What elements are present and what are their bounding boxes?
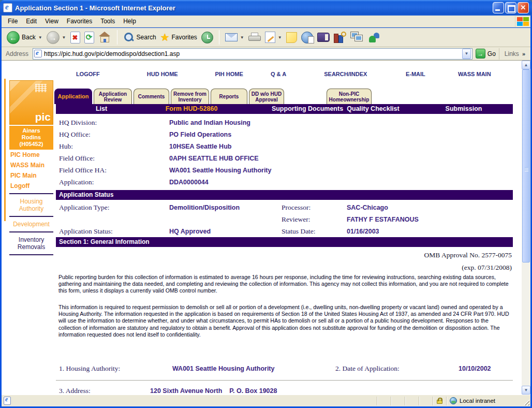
sidebar-item-housing-authority[interactable]: Housing Authority — [9, 194, 53, 217]
vertical-scrollbar[interactable]: ▲ ▼ — [522, 61, 530, 395]
edit-dropdown-icon[interactable]: ▼ — [278, 35, 282, 40]
sidebar-link-wass-main[interactable]: WASS Main — [9, 160, 53, 170]
status-message-pane — [2, 395, 377, 406]
sidebar-link-logoff[interactable]: Logoff — [9, 181, 53, 191]
links-toolbar[interactable]: Links » — [499, 48, 528, 60]
back-button[interactable]: ← Back ▼ — [5, 30, 45, 45]
address-dropdown-icon[interactable]: ▼ — [462, 49, 471, 59]
menu-edit[interactable]: Edit — [22, 16, 41, 26]
left-accent-strip — [4, 79, 6, 221]
windows-logo-icon — [515, 16, 530, 27]
page-icon — [34, 50, 42, 57]
main-area: HQ Division: Public and Indian Housing H… — [56, 61, 513, 395]
links-label: Links — [505, 50, 519, 57]
back-dropdown-icon[interactable]: ▼ — [38, 35, 42, 40]
forward-dropdown-icon[interactable]: ▼ — [62, 35, 66, 40]
forward-button[interactable]: → ▼ — [45, 30, 68, 45]
search-button[interactable]: Search — [121, 31, 158, 44]
messenger-button[interactable] — [366, 31, 382, 44]
status-label: Reviewer: — [282, 215, 347, 224]
stop-button[interactable]: ✖ — [68, 31, 82, 45]
favorites-button[interactable]: ★ Favorites — [158, 31, 199, 43]
minimize-button[interactable] — [493, 2, 504, 13]
field-hq-division: HQ Division: Public and Indian Housing — [56, 116, 513, 128]
menu-file[interactable]: File — [4, 16, 22, 26]
status-row: Application Type: Demolition/Disposition… — [56, 201, 513, 213]
web-discussion-button[interactable] — [299, 31, 315, 45]
status-label: Status Date: — [282, 227, 347, 236]
sidebar-item-development[interactable]: Development — [9, 217, 53, 232]
field-label: HQ Office: — [56, 130, 169, 139]
search-icon — [123, 32, 135, 43]
sidebar-link-pic-home[interactable]: PIC Home — [9, 150, 53, 160]
toolbar: ← Back ▼ → ▼ ✖ ⟳ Search ★ Favorites ▼ — [2, 28, 530, 47]
sidebar-item-inventory-removals[interactable]: Inventory Removals — [9, 232, 53, 255]
address-field-value: 120 Sixth Avenue North P. O. Box 19028 — [150, 387, 277, 395]
home-icon — [98, 32, 111, 43]
close-button[interactable] — [518, 2, 529, 13]
status-value: 01/16/2003 — [347, 228, 379, 235]
toolbar-separator — [219, 30, 219, 45]
address-input[interactable]: https://pic.hud.gov/pic/demodispo/ddsect… — [33, 48, 472, 60]
menu-view[interactable]: View — [41, 16, 63, 26]
discuss-button[interactable] — [284, 31, 299, 44]
home-button[interactable] — [96, 31, 113, 44]
page-content: LOGOFF HUD HOME PIH HOME Q & A SEARCH/IN… — [2, 61, 530, 395]
form-row-3: 3. Address: 120 Sixth Avenue North P. O.… — [56, 385, 513, 395]
pic-logo-label: pic — [35, 111, 51, 123]
browser-window: Application Section 1 - Microsoft Intern… — [0, 0, 532, 408]
maximize-button[interactable] — [505, 2, 516, 13]
go-button[interactable]: → Go — [476, 49, 496, 59]
address-bar: Address https://pic.hud.gov/pic/demodisp… — [2, 47, 530, 61]
application-status-header: Application Status — [56, 190, 513, 200]
field-hub: Hub: 10HSEA Seattle Hub — [56, 140, 513, 152]
mail-dropdown-icon[interactable]: ▼ — [240, 35, 244, 40]
refresh-icon: ⟳ — [84, 32, 94, 43]
menu-favorites[interactable]: Favorites — [63, 16, 96, 26]
status-bar: Local intranet — [2, 395, 530, 406]
favorites-label: Favorites — [172, 34, 197, 41]
security-lock-pane — [433, 397, 446, 405]
menu-help[interactable]: Help — [119, 16, 140, 26]
field-label: Field Office: — [56, 154, 169, 163]
history-icon — [201, 32, 213, 43]
history-button[interactable] — [199, 31, 215, 45]
user-badge: Ainars Rodins (H05452) — [9, 126, 53, 150]
field-label: Application: — [56, 178, 169, 186]
date-of-application-label: 2. Date of Application: — [335, 365, 400, 373]
resize-grip[interactable] — [523, 395, 530, 406]
omb-approval-number: OMB Approval No. 2577-0075 — [424, 251, 512, 259]
journal-button[interactable] — [315, 32, 332, 43]
favorites-star-icon: ★ — [160, 32, 170, 42]
status-row: Application Status: HQ Approved Status D… — [56, 225, 513, 237]
links-chevron-icon[interactable]: » — [522, 51, 525, 57]
document-icon — [4, 397, 11, 405]
scroll-up-arrow[interactable]: ▲ — [522, 61, 530, 69]
omb-expiration: (exp. 07/31/2008) — [462, 264, 512, 272]
edit-button[interactable]: ▼ — [263, 31, 284, 44]
menu-tools[interactable]: Tools — [96, 16, 119, 26]
research-button[interactable] — [332, 31, 348, 44]
intranet-globe-icon — [450, 397, 457, 404]
field-value: DDA0000044 — [169, 179, 209, 186]
scroll-down-arrow[interactable]: ▼ — [522, 386, 530, 395]
menu-bar: File Edit View Favorites Tools Help — [2, 16, 530, 27]
field-field-office-ha: Field Office HA: WA001 Seattle Housing A… — [56, 164, 513, 176]
status-value: SAC-Chicago — [347, 204, 388, 211]
zone-label: Local intranet — [460, 398, 495, 404]
print-button[interactable] — [246, 32, 263, 43]
pic-logo: pic — [9, 80, 53, 125]
ie-app-icon — [3, 3, 12, 12]
field-label: Hub: — [56, 142, 169, 151]
address-url: https://pic.hud.gov/pic/demodispo/ddsect… — [44, 50, 462, 57]
sidebar-link-pic-main[interactable]: PIC Main — [9, 170, 53, 181]
toolbar-separator — [117, 30, 117, 45]
scrollbar-thumb[interactable] — [522, 69, 530, 263]
remote-desktop-button[interactable] — [348, 31, 366, 44]
mail-button[interactable]: ▼ — [223, 32, 246, 42]
refresh-button[interactable]: ⟳ — [82, 31, 96, 45]
logo-buildings-art — [35, 84, 47, 92]
field-value: WA001 Seattle Housing Authority — [169, 167, 271, 174]
field-value: 10HSEA Seattle Hub — [169, 143, 231, 150]
print-icon — [248, 33, 261, 42]
